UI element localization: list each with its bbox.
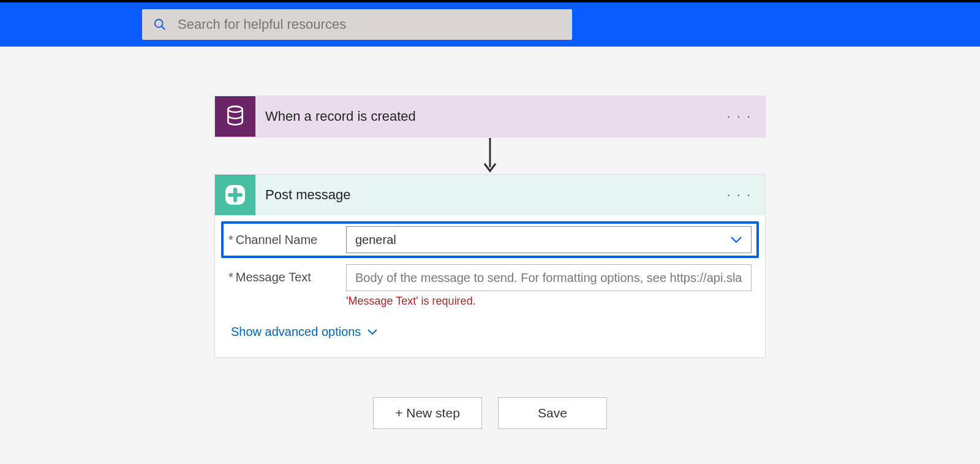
channel-value: general	[355, 233, 396, 247]
message-label: * Message Text	[228, 264, 346, 284]
advanced-row: Show advanced options	[221, 308, 759, 339]
new-step-button[interactable]: + New step	[373, 397, 482, 429]
top-bar	[0, 0, 980, 47]
search-input[interactable]	[178, 17, 572, 32]
chevron-down-icon	[730, 233, 742, 247]
flow-arrow	[483, 137, 497, 174]
channel-dropdown[interactable]: general	[346, 226, 752, 253]
svg-point-2	[228, 107, 242, 112]
show-advanced-options-link[interactable]: Show advanced options	[231, 325, 378, 339]
channel-label-text: Channel Name	[236, 233, 317, 247]
chevron-down-icon	[367, 329, 378, 336]
flow-canvas: When a record is created · · · Post mess…	[0, 47, 980, 429]
action-card: Post message · · · * Channel Name genera…	[214, 174, 766, 358]
message-text-input[interactable]	[346, 264, 752, 291]
channel-label: * Channel Name	[228, 233, 346, 247]
slack-icon	[215, 175, 255, 215]
trigger-header[interactable]: When a record is created · · ·	[215, 96, 765, 137]
save-button[interactable]: Save	[498, 397, 607, 429]
trigger-title: When a record is created	[255, 108, 726, 124]
action-title: Post message	[255, 187, 726, 203]
message-row: * Message Text 'Message Text' is require…	[221, 258, 759, 308]
action-body: * Channel Name general	[215, 215, 765, 357]
svg-point-0	[155, 20, 163, 28]
trigger-card[interactable]: When a record is created · · ·	[214, 96, 766, 137]
database-icon	[215, 96, 255, 137]
message-error: 'Message Text' is required.	[346, 295, 752, 308]
action-more-button[interactable]: · · ·	[726, 187, 765, 203]
message-label-text: Message Text	[236, 270, 311, 284]
action-header[interactable]: Post message · · ·	[215, 175, 765, 215]
channel-row: * Channel Name general	[221, 221, 759, 258]
svg-rect-6	[228, 193, 243, 197]
required-asterisk: *	[228, 233, 233, 247]
svg-line-1	[162, 26, 165, 30]
required-asterisk: *	[228, 270, 233, 284]
search-icon	[153, 18, 167, 31]
trigger-more-button[interactable]: · · ·	[726, 108, 765, 124]
advanced-label: Show advanced options	[231, 325, 361, 339]
search-box[interactable]	[142, 9, 572, 40]
action-buttons: + New step Save	[373, 397, 607, 429]
